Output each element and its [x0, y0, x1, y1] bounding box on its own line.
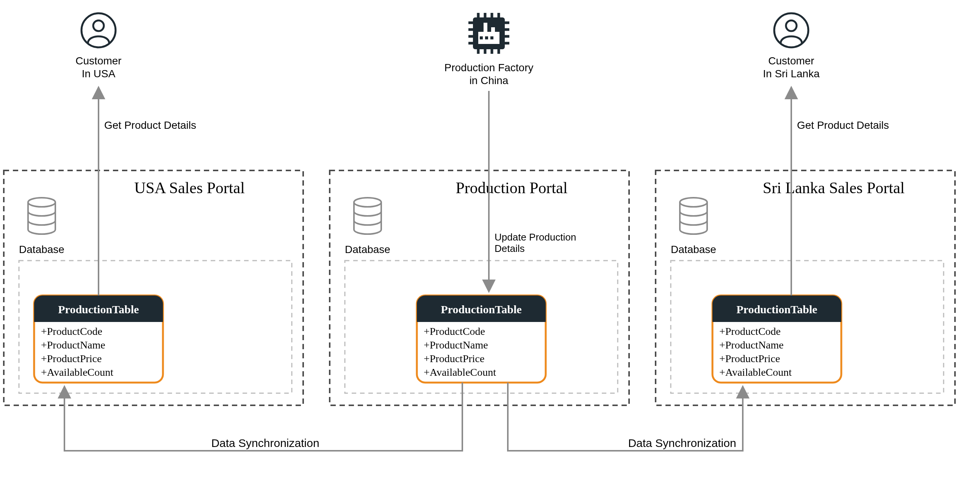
portal-sri-lanka: Sri Lanka Sales Portal Database — [655, 170, 955, 405]
arrow-label: Get Product Details — [797, 119, 889, 131]
database-label: Database — [19, 244, 64, 255]
arrow-label: Data Synchronization — [211, 437, 319, 449]
portal-title: USA Sales Portal — [134, 179, 245, 197]
database-label: Database — [345, 244, 390, 255]
database-icon — [28, 198, 55, 234]
architecture-diagram: ProductionTable +ProductCode +ProductNam… — [0, 0, 980, 500]
arrow-label: Details — [495, 243, 525, 254]
customer-usa: Customer In USA — [75, 13, 121, 79]
database-label: Database — [671, 244, 716, 255]
production-table-production — [417, 295, 546, 383]
actor-label: Production Factory — [444, 62, 534, 73]
portal-title: Production Portal — [455, 179, 567, 197]
arrow-label: Get Product Details — [104, 119, 196, 131]
actor-label: Customer — [75, 55, 121, 67]
factory-chip-icon — [468, 13, 509, 54]
user-icon — [774, 13, 808, 48]
customer-sri-lanka: Customer In Sri Lanka — [763, 13, 820, 79]
portal-production: Production Portal Database — [330, 170, 629, 405]
production-factory: Production Factory in China — [444, 13, 534, 86]
database-icon — [680, 198, 707, 234]
portal-usa: USA Sales Portal Database — [4, 170, 303, 405]
actor-label: in China — [469, 75, 509, 86]
production-table-usa — [34, 295, 163, 383]
actor-label: Customer — [768, 55, 814, 67]
actor-label: In Sri Lanka — [763, 68, 820, 79]
arrow-label: Update Production — [495, 232, 576, 243]
arrow-label: Data Synchronization — [628, 437, 736, 449]
database-icon — [354, 198, 381, 234]
user-icon — [81, 13, 116, 48]
portal-title: Sri Lanka Sales Portal — [763, 179, 905, 197]
actor-label: In USA — [82, 68, 116, 79]
production-table-sri-lanka — [713, 295, 841, 383]
